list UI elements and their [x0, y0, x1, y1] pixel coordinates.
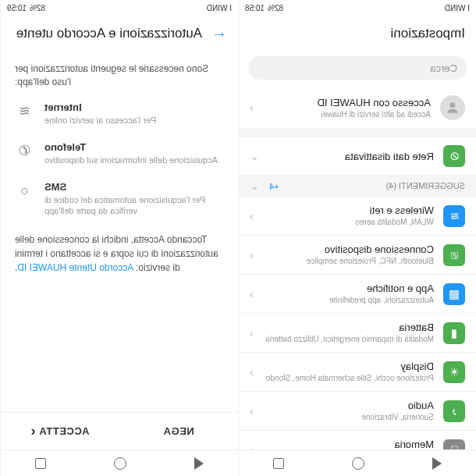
- perm-desc: Per l'accesso ai servizi online: [44, 115, 224, 126]
- item-sub: Autorizzazioni, app predefinite: [263, 295, 434, 305]
- row-icon: ▦: [443, 283, 465, 305]
- page-title: Impostazioni: [391, 26, 465, 41]
- item-title: Display: [263, 361, 434, 372]
- chevron-right-icon: ›: [250, 210, 254, 222]
- permission-item: ≋InternetPer l'accesso ai servizi online: [15, 101, 224, 126]
- back-arrow-icon[interactable]: ←: [211, 25, 227, 43]
- row-icon: ⎚: [443, 244, 465, 266]
- settings-row[interactable]: ▦App e notificheAutorizzazioni, app pred…: [239, 275, 476, 314]
- carrier: I WIND: [207, 4, 232, 12]
- settings-header: Impostazioni: [239, 16, 476, 52]
- perm-icon: ≋: [15, 101, 34, 120]
- perm-icon: ✆: [15, 141, 34, 160]
- back-nav-icon[interactable]: [432, 457, 442, 470]
- chevron-right-icon: ›: [250, 444, 254, 450]
- item-title: Memoria: [263, 439, 434, 449]
- agreement-text: Toccando Accetta, indichi la concessione…: [15, 233, 224, 275]
- item-title: Audio: [263, 400, 434, 411]
- status-bar-right: I WIND 82% 10:59: [1, 0, 238, 16]
- row-icon: ☀: [443, 361, 465, 383]
- footer-buttons: NEGA ACCETTA: [1, 412, 238, 449]
- divider: [239, 128, 476, 137]
- huawei-id-row[interactable]: Accesso con HUAWEI ID Accedi ad altri se…: [239, 87, 476, 128]
- recent-nav-icon[interactable]: [35, 458, 46, 469]
- item-title: App e notifiche: [263, 282, 434, 294]
- settings-row[interactable]: ≋Wireless e retiWLAN, Modalità aereo›: [239, 197, 476, 236]
- item-title: Connessione dispositivo: [263, 243, 434, 255]
- page-title: Autorizzazioni e Accordo utente: [16, 26, 202, 41]
- chevron-right-icon: ›: [250, 101, 254, 114]
- chevron-right-icon: ›: [250, 288, 254, 300]
- accept-button[interactable]: ACCETTA: [1, 413, 119, 449]
- deny-button[interactable]: NEGA: [119, 413, 238, 449]
- data-icon: ⊘: [443, 145, 465, 167]
- settings-row[interactable]: ▮BatteriaModalità di risparmio energetic…: [239, 314, 476, 353]
- perm-title: SMS: [44, 181, 224, 193]
- status-bar-left: I WIND 82% 10:58: [239, 0, 476, 16]
- chevron-right-icon: ›: [250, 405, 254, 417]
- settings-row[interactable]: ☀DisplayProtezione occhi, Stile schermat…: [239, 353, 476, 392]
- item-title: Rete dati disattivata: [268, 151, 434, 162]
- avatar-icon: [440, 95, 465, 120]
- settings-row[interactable]: ♪AudioSuoneria, Vibrazione›: [239, 392, 476, 431]
- back-nav-icon[interactable]: [194, 457, 204, 470]
- perm-title: Internet: [44, 101, 224, 113]
- time: 10:59: [7, 4, 27, 12]
- android-nav-bar: [239, 449, 476, 476]
- chevron-down-icon: ⌄: [250, 150, 259, 162]
- settings-row[interactable]: ⌸MemoriaMemoria›: [239, 431, 476, 449]
- item-sub: WLAN, Modalità aereo: [263, 217, 434, 227]
- data-off-row[interactable]: ⊘ Rete dati disattivata ⌄: [239, 137, 476, 175]
- perm-icon: ○: [15, 181, 34, 200]
- count-badge: +4: [269, 182, 279, 191]
- carrier: I WIND: [445, 4, 470, 12]
- perm-desc: Per l'acquisizione automatica del codice…: [44, 194, 224, 217]
- chevron-right-icon: ›: [250, 249, 254, 261]
- battery: 82%: [30, 4, 45, 12]
- perm-title: Telefono: [44, 141, 224, 153]
- row-icon: ≋: [443, 205, 465, 227]
- row-icon: ♪: [443, 400, 465, 422]
- chevron-down-icon: ⌄: [250, 179, 259, 192]
- item-sub: Modalità di risparmio energetico, Utiliz…: [263, 334, 434, 344]
- item-sub: Accedi ad altri servizi di Huawei: [263, 109, 431, 119]
- search-input[interactable]: Cerca: [248, 56, 467, 80]
- row-icon: ⌸: [443, 439, 465, 450]
- settings-row[interactable]: ⎚Connessione dispositivoBluetooth, NFC, …: [239, 236, 476, 275]
- item-title: Accesso con HUAWEI ID: [263, 97, 431, 108]
- intro-text: Sono necessarie le seguenti autorizzazio…: [15, 62, 224, 89]
- permission-item: ✆TelefonoAcquisizione delle informazioni…: [15, 141, 224, 165]
- svg-point-0: [450, 102, 456, 108]
- perm-desc: Acquisizione delle informazioni sul disp…: [44, 155, 224, 165]
- item-title: Wireless e reti: [263, 204, 434, 216]
- row-icon: ▮: [443, 322, 465, 344]
- agreement-link[interactable]: Accordo Utente HUAWEI ID: [17, 262, 133, 273]
- recent-nav-icon[interactable]: [273, 458, 284, 469]
- time: 10:58: [245, 4, 265, 12]
- item-title: Batteria: [263, 321, 434, 333]
- item-sub: Protezione occhi, Stile schermata Home, …: [263, 373, 434, 383]
- home-nav-icon[interactable]: [352, 457, 364, 470]
- permission-item: ○SMSPer l'acquisizione automatica del co…: [15, 181, 224, 217]
- suggestions-header[interactable]: SUGGERIMENTI (4) +4 ⌄: [239, 175, 476, 197]
- section-label: SUGGERIMENTI (4): [386, 181, 465, 190]
- permissions-header: ← Autorizzazioni e Accordo utente: [1, 16, 238, 52]
- item-sub: Suoneria, Vibrazione: [263, 412, 434, 422]
- chevron-right-icon: ›: [250, 366, 254, 378]
- home-nav-icon[interactable]: [114, 457, 126, 470]
- android-nav-bar: [1, 449, 238, 476]
- chevron-right-icon: ›: [250, 327, 254, 339]
- search-placeholder: Cerca: [430, 62, 457, 74]
- battery: 82%: [268, 4, 283, 12]
- item-sub: Bluetooth, NFC, Proiezione semplice: [263, 256, 434, 266]
